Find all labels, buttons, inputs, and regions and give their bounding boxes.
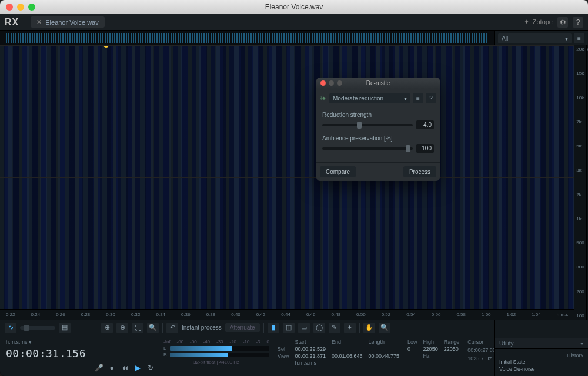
playhead-icon[interactable]	[106, 46, 106, 177]
reduction-label: Reduction strength	[322, 112, 434, 118]
frequency-scale: 20k15k10k7k5k3k2k1k500300200100	[574, 45, 586, 320]
file-tab[interactable]: ✕ Eleanor Voice.wav	[31, 16, 105, 28]
ambience-slider[interactable]	[322, 147, 413, 150]
mac-titlebar: Eleanor Voice.wav	[0, 0, 588, 14]
chevron-down-icon: ▾	[565, 35, 568, 42]
section-utility[interactable]: Utility▾	[495, 338, 588, 348]
brush-icon[interactable]: ✎	[329, 323, 340, 333]
process-button[interactable]: Process	[403, 166, 436, 177]
brand-logo: ✦ iZotope	[524, 18, 553, 26]
amplitude-colormap: dB	[586, 45, 588, 320]
module-filter-dropdown[interactable]: All▾	[498, 33, 572, 43]
ambience-label: Ambience preservation [%]	[322, 135, 434, 142]
instant-process-label: Instant process	[182, 324, 222, 331]
preset-list-icon[interactable]: ≡	[413, 93, 423, 103]
spectrogram-view-icon[interactable]: ▤	[59, 323, 71, 333]
tf-select-icon[interactable]: ◫	[283, 323, 295, 333]
grab-icon[interactable]: ✋	[363, 323, 375, 333]
close-tab-icon[interactable]: ✕	[36, 18, 42, 26]
play-icon[interactable]: ▶	[133, 363, 142, 372]
lasso-icon[interactable]: ◯	[313, 323, 325, 333]
zoom-tool-icon[interactable]: 🔍	[147, 323, 159, 333]
waveform-view-icon[interactable]: ∿	[5, 323, 16, 333]
file-tab-label: Eleanor Voice.wav	[45, 19, 99, 26]
window-title: Eleanor Voice.wav	[0, 3, 588, 11]
zoom-out-icon[interactable]: ⊖	[116, 323, 128, 333]
module-list-view-icon[interactable]: ≡	[574, 33, 584, 43]
history-item[interactable]: Initial State	[499, 358, 583, 365]
audio-format-label: 32-bit float | 44100 Hz	[163, 360, 269, 365]
instant-process-mode[interactable]: Attenuate	[225, 323, 260, 332]
chevron-down-icon: ▾	[404, 95, 407, 102]
reduction-slider[interactable]	[322, 124, 413, 126]
zoom-in-icon[interactable]: ⊕	[101, 323, 113, 333]
history-item[interactable]: Voice De-noise	[499, 365, 583, 372]
wave-spectro-balance-slider[interactable]	[20, 326, 55, 330]
compare-button[interactable]: Compare	[320, 166, 356, 177]
ambience-value[interactable]: 100	[416, 144, 434, 153]
dialog-help-icon[interactable]: ?	[426, 93, 436, 103]
transport-bar: h:m:s.ms ▾ 00:00:31.156 🎤 ● ⏮ ▶ ↻ -Inf-6…	[0, 335, 494, 376]
preset-dropdown[interactable]: Moderate reduction▾	[329, 93, 410, 103]
app-logo: RX	[5, 17, 19, 28]
editor-toolbar: ∿ ▤ ⊕ ⊖ ⛶ 🔍 ↶ Instant process Attenuate …	[0, 320, 494, 335]
mic-icon[interactable]: 🎤	[94, 363, 103, 372]
help-icon[interactable]: ?	[573, 17, 583, 28]
rewind-icon[interactable]: ⏮	[120, 363, 129, 372]
reduction-value[interactable]: 4.0	[416, 120, 434, 129]
app-window: Eleanor Voice.wav RX ✕ Eleanor Voice.wav…	[0, 0, 588, 376]
undo-icon[interactable]: ↶	[166, 323, 178, 333]
record-icon[interactable]: ●	[107, 363, 116, 372]
tc-format-dropdown[interactable]: h:m:s.ms ▾	[6, 339, 86, 345]
loop-icon[interactable]: ↻	[146, 363, 155, 372]
history-panel: History Initial State Voice De-noise	[495, 348, 588, 376]
time-ruler[interactable]: 0:220:240:260:280:300:320:340:360:380:40…	[0, 309, 574, 320]
app-header: RX ✕ Eleanor Voice.wav ✦ iZotope ⚙ ?	[0, 14, 588, 31]
zoom-sel-icon[interactable]: ⛶	[132, 323, 143, 333]
waveform-overview[interactable]	[0, 31, 494, 45]
time-select-icon[interactable]: ▮	[268, 323, 279, 333]
zoom-tool2-icon[interactable]: 🔍	[379, 323, 390, 333]
dialog-title: De-rustle	[316, 80, 440, 86]
output-meters: -Inf-60-50-40-30-20-10-30 L R 32-bit flo…	[163, 339, 269, 372]
history-title: History	[499, 352, 583, 358]
overview-waveform-icon	[6, 33, 488, 43]
derustle-dialog: De-rustle ❧ Moderate reduction▾ ≡ ? Redu…	[316, 78, 440, 181]
derustle-icon: ❧	[320, 93, 327, 103]
wand-icon[interactable]: ✦	[344, 323, 356, 333]
spectrogram-right[interactable]	[0, 177, 574, 310]
spectrogram-left[interactable]	[0, 45, 574, 177]
dialog-titlebar[interactable]: De-rustle	[316, 78, 440, 89]
chevron-down-icon: ▾	[580, 340, 583, 347]
timecode-display[interactable]: 00:00:31.156	[6, 347, 86, 360]
settings-icon[interactable]: ⚙	[557, 17, 568, 28]
freq-select-icon[interactable]: ▭	[298, 323, 310, 333]
main-row: 0:220:240:260:280:300:320:340:360:380:40…	[0, 31, 588, 376]
